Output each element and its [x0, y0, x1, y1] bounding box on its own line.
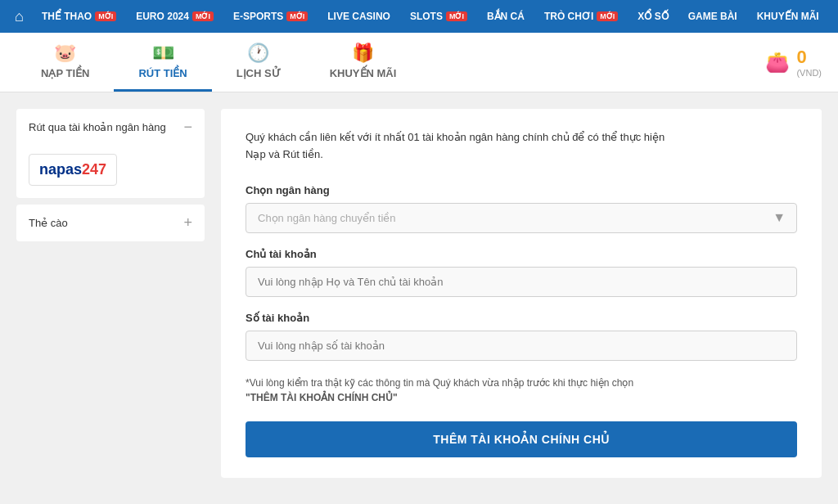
tabs-section: 🐷 NẠP TIỀN 💵 RÚT TIỀN 🕐 LỊCH SỬ 🎁 KHUYẾN… [0, 33, 838, 92]
main-content: Rút qua tài khoản ngân hàng − napas 247 … [0, 92, 838, 494]
tab-nap-tien[interactable]: 🐷 NẠP TIỀN [16, 33, 114, 92]
sidebar-card-header[interactable]: Thẻ cào + [16, 205, 205, 241]
home-icon[interactable]: ⌂ [7, 8, 32, 25]
account-name-label: Chủ tài khoản [246, 248, 797, 260]
gift-icon: 🎁 [352, 43, 374, 64]
piggy-bank-icon: 🐷 [54, 43, 76, 64]
history-icon: 🕐 [247, 43, 269, 64]
wallet-currency: (VND) [796, 68, 822, 78]
submit-button[interactable]: THÊM TÀI KHOẢN CHÍNH CHỦ [246, 421, 797, 457]
wallet-amount: 0 [796, 47, 822, 68]
sidebar-card-section: Thẻ cào + [16, 205, 205, 241]
nav-item-blog[interactable]: BLOG [829, 0, 838, 33]
sidebar-bank-body: napas 247 [16, 146, 205, 198]
tab-rut-tien[interactable]: 💵 RÚT TIỀN [114, 33, 211, 92]
nav-item-tro-choi[interactable]: TRÒ CHƠI MỚI [534, 0, 628, 33]
nav-item-khuyen-mai[interactable]: KHUYẾN MÃI [747, 0, 829, 33]
info-text: Quý khách cần liên kết với ít nhất 01 tà… [246, 129, 797, 164]
bank-select[interactable]: Chọn ngân hàng chuyển tiền [246, 203, 797, 233]
sidebar-bank-section: Rút qua tài khoản ngân hàng − napas 247 [16, 109, 205, 198]
wallet-icon: 👛 [765, 51, 790, 74]
nav-item-game-bai[interactable]: GAME BÀI [678, 0, 747, 33]
nav-item-slots[interactable]: SLOTS MỚI [400, 0, 477, 33]
tab-lich-su[interactable]: 🕐 LỊCH SỬ [212, 33, 305, 92]
wallet-section: 👛 0 (VND) [765, 47, 822, 78]
collapse-icon: − [183, 119, 192, 136]
top-navigation: ⌂ THỂ THAO MỚI EURO 2024 MỚI E-SPORTS MỚ… [0, 0, 838, 33]
account-number-label: Số tài khoản [246, 312, 797, 324]
account-name-input[interactable] [246, 267, 797, 297]
expand-icon: + [183, 214, 192, 232]
account-name-field-group: Chủ tài khoản [246, 248, 797, 297]
nav-item-the-thao[interactable]: THỂ THAO MỚI [32, 0, 126, 33]
tab-khuyen-mai[interactable]: 🎁 KHUYẾN MÃI [305, 33, 421, 92]
account-number-input[interactable] [246, 331, 797, 361]
sidebar: Rút qua tài khoản ngân hàng − napas 247 … [16, 109, 205, 478]
account-number-field-group: Số tài khoản [246, 312, 797, 361]
sidebar-bank-header[interactable]: Rút qua tài khoản ngân hàng − [16, 109, 205, 146]
form-section: Quý khách cần liên kết với ít nhất 01 tà… [221, 109, 822, 478]
bank-label: Chọn ngân hàng [246, 184, 797, 196]
nav-item-ban-ca[interactable]: BẮN CÁ [477, 0, 534, 33]
napas-logo[interactable]: napas 247 [29, 154, 117, 186]
nav-item-live-casino[interactable]: LIVE CASINO [318, 0, 400, 33]
bank-field-group: Chọn ngân hàng Chọn ngân hàng chuyển tiề… [246, 184, 797, 233]
sidebar-card-title: Thẻ cào [29, 217, 68, 229]
napas-text: napas [39, 161, 82, 178]
napas-num: 247 [82, 161, 106, 178]
sidebar-bank-title: Rút qua tài khoản ngân hàng [29, 121, 166, 133]
nav-item-euro2024[interactable]: EURO 2024 MỚI [126, 0, 223, 33]
bank-select-wrapper: Chọn ngân hàng chuyển tiền ▼ [246, 203, 797, 233]
warning-text: *Vui lòng kiểm tra thật kỹ các thông tin… [246, 376, 797, 405]
money-icon: 💵 [152, 43, 174, 64]
nav-item-esports[interactable]: E-SPORTS MỚI [223, 0, 318, 33]
nav-item-xo-so[interactable]: XỔ SỐ [628, 0, 678, 33]
